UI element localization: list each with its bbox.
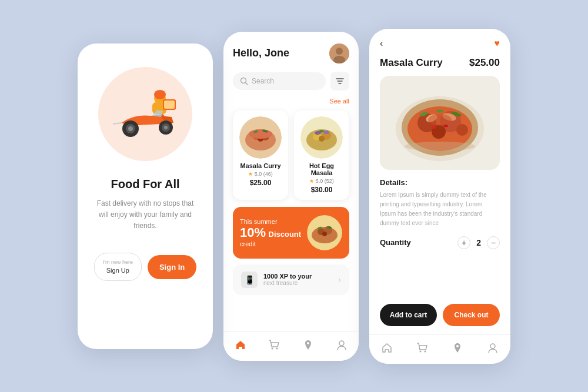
onboarding-screen: Food For All Fast delivery with no stops… — [78, 43, 213, 349]
detail-food-price: $25.00 — [469, 57, 500, 69]
detail-food-image — [380, 76, 500, 170]
promo-banner[interactable]: This summer 10% Discount credit — [233, 207, 349, 259]
xp-banner[interactable]: 📱 1000 XP to your next treasure › — [233, 264, 349, 295]
promo-summer: This summer — [240, 218, 301, 225]
scooter-icon — [104, 82, 186, 146]
food-card-masala-rating: ★ 5.0 (46) — [248, 171, 273, 177]
food-card-egg-rating: ★ 5.0 (52) — [309, 178, 334, 184]
svg-point-65 — [490, 344, 495, 349]
hot-egg-bowl-icon — [300, 116, 343, 159]
signup-button[interactable]: I'm new here Sign Up — [94, 253, 142, 281]
app-description: Fast delivery with no stops that will en… — [92, 198, 199, 232]
svg-line-11 — [113, 123, 122, 124]
promo-credit: credit — [240, 240, 301, 247]
search-input[interactable]: Search — [233, 72, 326, 90]
home-header: Hello, Jone — [233, 43, 349, 63]
hot-egg-masala-image — [300, 116, 343, 159]
svg-point-7 — [128, 126, 133, 131]
svg-point-44 — [276, 347, 278, 349]
auth-buttons: I'm new here Sign Up Sign In — [92, 253, 199, 281]
bottom-nav-detail — [369, 334, 510, 364]
details-description: Lorem Ipsum is simply dummy text of the … — [380, 190, 500, 228]
nav-home-icon[interactable] — [235, 339, 246, 354]
svg-rect-4 — [164, 100, 175, 109]
detail-title-row: Masala Curry $25.00 — [380, 57, 500, 69]
xp-info: 📱 1000 XP to your next treasure — [241, 272, 312, 288]
svg-point-62 — [405, 142, 475, 151]
promo-food-image — [307, 215, 342, 250]
nav-profile-icon[interactable] — [336, 339, 348, 354]
nav-location-icon[interactable] — [302, 339, 314, 354]
svg-point-32 — [319, 136, 325, 142]
favorite-button[interactable]: ♥ — [495, 38, 500, 49]
svg-point-40 — [322, 232, 327, 236]
food-card-egg[interactable]: Hot Egg Masala ★ 5.0 (52) $30.00 — [294, 110, 349, 200]
chevron-right-icon: › — [338, 275, 341, 284]
action-buttons: Add to cart Check out — [369, 304, 510, 334]
bottom-nav — [223, 331, 359, 361]
quantity-row: Quantity + 2 − — [380, 236, 500, 249]
quantity-controls: + 2 − — [457, 236, 500, 249]
xp-amount: 1000 XP to your — [263, 273, 312, 280]
section-header: See all — [233, 98, 349, 105]
food-card-masala-name: Masala Curry — [240, 162, 280, 169]
masala-curry-image — [239, 116, 282, 159]
detail-screen: ‹ ♥ Masala Curry $25.00 — [369, 29, 510, 364]
detail-food-title: Masala Curry — [380, 57, 443, 69]
user-avatar[interactable] — [329, 43, 349, 63]
search-icon — [240, 77, 248, 85]
detail-header: ‹ ♥ — [380, 38, 500, 49]
home-screen: Hello, Jone Search — [223, 32, 359, 361]
food-card-masala[interactable]: Masala Curry ★ 5.0 (46) $25.00 — [233, 110, 288, 200]
back-button[interactable]: ‹ — [380, 38, 383, 49]
quantity-value: 2 — [476, 238, 481, 247]
detail-nav-home-icon[interactable] — [381, 342, 393, 357]
food-cards-list: Masala Curry ★ 5.0 (46) $25.00 — [233, 110, 349, 200]
quantity-label: Quantity — [380, 238, 411, 247]
promo-text: This summer 10% Discount credit — [240, 218, 301, 247]
search-placeholder: Search — [252, 77, 274, 85]
promo-bowl-icon — [307, 215, 342, 250]
signup-label: Sign Up — [106, 267, 129, 274]
svg-point-53 — [456, 124, 468, 136]
svg-point-63 — [420, 350, 422, 352]
food-card-egg-price: $30.00 — [311, 186, 333, 194]
detail-nav-location-icon[interactable] — [452, 342, 463, 357]
signup-small-text: I'm new here — [103, 259, 133, 266]
add-to-cart-button[interactable]: Add to cart — [380, 304, 437, 326]
xp-text-block: 1000 XP to your next treasure — [263, 273, 312, 286]
svg-point-10 — [164, 126, 168, 129]
filter-icon — [336, 78, 344, 85]
promo-discount: Discount — [269, 230, 302, 239]
svg-point-64 — [425, 350, 426, 352]
svg-point-13 — [336, 48, 343, 55]
search-bar: Search — [233, 72, 349, 91]
svg-point-25 — [249, 129, 272, 139]
detail-nav-cart-icon[interactable] — [416, 342, 428, 357]
svg-point-43 — [272, 347, 273, 349]
xp-subtitle: next treasure — [263, 280, 312, 286]
details-label: Details: — [380, 178, 500, 187]
detail-curry-illustration — [380, 76, 500, 170]
svg-point-1 — [154, 90, 166, 99]
quantity-decrease-button[interactable]: − — [487, 236, 500, 249]
greeting-text: Hello, Jone — [233, 47, 289, 59]
see-all-link[interactable]: See all — [329, 98, 349, 105]
phone-icon: 📱 — [241, 272, 258, 288]
quantity-increase-button[interactable]: + — [457, 236, 470, 249]
food-card-masala-price: $25.00 — [250, 179, 272, 187]
filter-button[interactable] — [330, 72, 349, 91]
checkout-button[interactable]: Check out — [443, 304, 500, 326]
masala-curry-bowl-icon — [239, 116, 282, 159]
svg-point-45 — [339, 341, 344, 346]
signin-button[interactable]: Sign In — [148, 255, 196, 279]
hero-illustration — [98, 67, 192, 161]
avatar-icon — [329, 43, 349, 63]
svg-line-16 — [246, 82, 248, 85]
detail-nav-profile-icon[interactable] — [487, 342, 499, 357]
nav-cart-icon[interactable] — [268, 339, 280, 354]
food-card-egg-name: Hot Egg Masala — [299, 162, 345, 176]
app-title: Food For All — [111, 177, 179, 191]
svg-point-61 — [428, 114, 452, 126]
promo-percent: 10% — [240, 225, 266, 240]
